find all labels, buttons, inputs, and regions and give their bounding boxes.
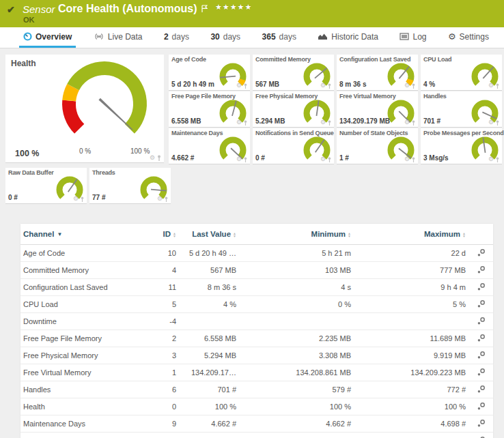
priority-stars[interactable]: ★★★★★ — [215, 3, 252, 12]
table-row[interactable]: Free Virtual Memory 1 134.209.17… 134.20… — [20, 364, 493, 381]
tab-30-days[interactable]: 30 days — [206, 27, 244, 48]
table-row[interactable]: Free Page File Memory 2 6.558 MB 2.235 M… — [20, 330, 493, 347]
channel-settings-wrench-icon[interactable] — [468, 296, 493, 313]
pin-icon[interactable] — [243, 120, 248, 126]
broadcast-icon — [94, 33, 104, 40]
gauge-settings-gear-icon[interactable]: ⚙ — [404, 156, 410, 162]
table-row[interactable]: Committed Memory 4 567 MB 103 MB 777 MB — [20, 262, 493, 279]
table-row[interactable]: Maintenance Days 9 4.662 # 4.662 # 4.698… — [20, 415, 493, 433]
table-row[interactable]: Free Physical Memory 3 5.294 MB 3.308 MB… — [20, 347, 493, 364]
gauge-settings-gear-icon[interactable]: ⚙ — [488, 156, 494, 162]
cell-minimum: 100 % — [239, 398, 354, 415]
tab-historic-data[interactable]: Historic Data — [313, 27, 382, 48]
channel-settings-wrench-icon[interactable] — [468, 313, 493, 330]
column-header-last-value[interactable]: Last Value▲▼ — [179, 224, 239, 245]
tab-settings[interactable]: ⚙ Settings — [444, 27, 493, 48]
tab-365-days[interactable]: 365 days — [258, 27, 300, 48]
cell-maximum: 134.209.223 MB — [354, 364, 468, 381]
gauge-settings-gear-icon[interactable]: ⚙ — [236, 156, 242, 162]
pin-icon[interactable] — [411, 120, 416, 126]
column-header-channel[interactable]: Channel▼ — [20, 224, 154, 245]
gauge-card-number-of-state-objects[interactable]: Number of State Objects 1 # ⚙ — [337, 128, 418, 164]
gauge-settings-gear-icon[interactable]: ⚙ — [320, 119, 326, 126]
pin-icon[interactable] — [243, 157, 248, 162]
tab-365-days-number: 365 — [262, 32, 276, 42]
table-row[interactable]: Configuration Last Saved 11 8 m 36 s 4 s… — [20, 279, 493, 296]
cell-id: 3 — [154, 347, 179, 364]
cell-minimum — [239, 313, 354, 330]
pin-icon[interactable] — [327, 157, 332, 162]
pin-icon[interactable] — [243, 83, 248, 89]
pin-icon[interactable] — [327, 120, 332, 126]
gauge-card-age-of-code[interactable]: Age of Code 5 d 20 h 49 m ⚙ — [169, 55, 250, 91]
table-row[interactable]: CPU Load 5 4 % 0 % 5 % — [20, 296, 493, 313]
gauge-settings-gear-icon[interactable]: ⚙ — [488, 83, 494, 89]
pin-icon[interactable] — [156, 155, 162, 161]
column-header-id[interactable]: ID▲▼ — [154, 224, 179, 245]
gauge-card-free-physical-memory[interactable]: Free Physical Memory 5.294 MB ⚙ — [253, 91, 334, 128]
gauge-settings-gear-icon[interactable]: ⚙ — [236, 119, 242, 126]
channel-settings-wrench-icon[interactable] — [468, 245, 493, 262]
table-row[interactable]: Notifications in Send Queue 13 0 # 0 # 0… — [20, 433, 493, 438]
channel-settings-wrench-icon[interactable] — [468, 415, 493, 433]
pin-icon[interactable] — [411, 157, 416, 162]
gauge-settings-gear-icon[interactable]: ⚙ — [73, 196, 79, 202]
gauge-settings-gear-icon[interactable]: ⚙ — [320, 156, 326, 162]
pin-icon[interactable] — [495, 157, 500, 162]
column-header-minimum[interactable]: Minimum▲▼ — [239, 224, 354, 245]
pin-icon[interactable] — [164, 196, 169, 202]
table-row[interactable]: Health 0 100 % 100 % 100 % — [20, 398, 493, 415]
gauge-card-health[interactable]: Health 0 % 100 % 100 % ⚙ — [5, 55, 164, 163]
area-chart-icon — [318, 33, 328, 40]
pin-icon[interactable] — [495, 120, 500, 126]
cell-last-value: 134.209.17… — [179, 364, 239, 381]
gauge-card-committed-memory[interactable]: Committed Memory 567 MB ⚙ — [253, 55, 334, 91]
cell-channel: Configuration Last Saved — [20, 279, 154, 296]
sensor-title: Core Health (Autonomous) — [58, 3, 197, 15]
channel-settings-wrench-icon[interactable] — [468, 398, 493, 415]
channel-settings-wrench-icon[interactable] — [468, 347, 493, 364]
log-icon — [400, 33, 409, 40]
channel-settings-wrench-icon[interactable] — [468, 262, 493, 279]
cell-id: 13 — [154, 433, 179, 438]
channel-settings-wrench-icon[interactable] — [468, 279, 493, 296]
tab-overview[interactable]: Overview — [19, 27, 76, 48]
channel-table-panel: Channel▼ ID▲▼ Last Value▲▼ Minimum▲▼ Max… — [20, 224, 493, 438]
column-header-maximum[interactable]: Maximum▲▼ — [354, 224, 468, 245]
gauge-card-maintenance-days[interactable]: Maintenance Days 4.662 # ⚙ — [169, 128, 250, 164]
channel-settings-wrench-icon[interactable] — [468, 433, 493, 438]
table-row[interactable]: Age of Code 10 5 d 20 h 49 … 5 h 21 m 22… — [20, 245, 493, 262]
gauge-settings-gear-icon[interactable]: ⚙ — [157, 196, 163, 202]
gauge-card-cpu-load[interactable]: CPU Load 4 % ⚙ — [421, 55, 502, 91]
gauge-card-threads[interactable]: Threads 77 # ⚙ — [89, 168, 171, 204]
pin-icon[interactable] — [495, 83, 500, 89]
gauge-settings-gear-icon[interactable]: ⚙ — [488, 119, 494, 126]
channel-settings-wrench-icon[interactable] — [468, 381, 493, 398]
channel-settings-wrench-icon[interactable] — [468, 330, 493, 347]
gauge-card-handles[interactable]: Handles 701 # ⚙ — [421, 91, 502, 128]
gauge-settings-gear-icon[interactable]: ⚙ — [150, 155, 155, 161]
pin-icon[interactable] — [80, 196, 85, 202]
tab-live-data[interactable]: Live Data — [89, 27, 147, 48]
gauge-settings-gear-icon[interactable]: ⚙ — [404, 83, 410, 89]
tab-log[interactable]: Log — [395, 27, 430, 48]
gauge-card-configuration-last-saved[interactable]: Configuration Last Saved 8 m 36 s ⚙ — [337, 55, 418, 91]
gauge-card-notifications-in-send-queue[interactable]: Notifications in Send Queue 0 # ⚙ — [253, 128, 334, 164]
pin-icon[interactable] — [411, 83, 416, 89]
gauge-card-free-page-file-memory[interactable]: Free Page File Memory 6.558 MB ⚙ — [169, 91, 250, 128]
table-row[interactable]: Downtime -4 — [20, 313, 493, 330]
cell-maximum: 5 % — [354, 296, 468, 313]
gauge-card-raw-data-buffer[interactable]: Raw Data Buffer 0 # ⚙ — [5, 168, 87, 204]
tab-2-days[interactable]: 2 days — [160, 27, 193, 48]
pin-icon[interactable] — [327, 83, 332, 89]
gauge-card-free-virtual-memory[interactable]: Free Virtual Memory 134.209.179 MB ⚙ — [337, 91, 418, 128]
gauge-settings-gear-icon[interactable]: ⚙ — [404, 119, 410, 126]
gauge-value: 701 # — [423, 117, 440, 125]
table-row[interactable]: Handles 6 701 # 579 # 772 # — [20, 381, 493, 398]
gauge-card-probe-messages-per-second[interactable]: Probe Messages per Second 3 Msg/s ⚙ — [421, 128, 502, 164]
channel-settings-wrench-icon[interactable] — [468, 364, 493, 381]
gauge-settings-gear-icon[interactable]: ⚙ — [320, 83, 326, 89]
health-axis-max: 100 % — [130, 147, 150, 155]
cell-minimum: 0 # — [239, 433, 354, 438]
gauge-settings-gear-icon[interactable]: ⚙ — [236, 83, 242, 89]
